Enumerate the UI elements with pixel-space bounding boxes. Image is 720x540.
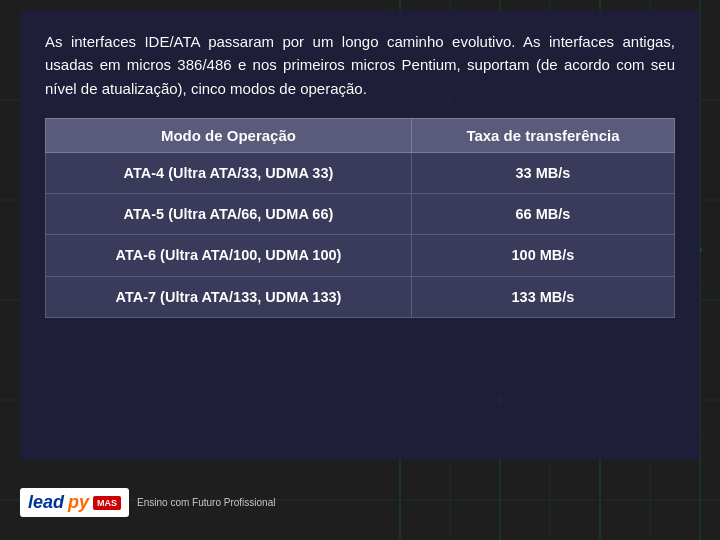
logo-main-text: lead — [28, 492, 64, 513]
table-cell-rate: 66 MB/s — [411, 194, 674, 235]
table-cell-mode: ATA-4 (Ultra ATA/33, UDMA 33) — [46, 152, 412, 193]
footer-area: lead py MAS Ensino com Futuro Profission… — [0, 465, 720, 540]
table-header-row: Modo de Operação Taxa de transferência — [46, 118, 675, 152]
table-row: ATA-6 (Ultra ATA/100, UDMA 100)100 MB/s — [46, 235, 675, 276]
col-header-mode: Modo de Operação — [46, 118, 412, 152]
logo-tagline-container: Ensino com Futuro Profissional — [137, 497, 275, 508]
table-row: ATA-4 (Ultra ATA/33, UDMA 33)33 MB/s — [46, 152, 675, 193]
logo-area: lead py MAS Ensino com Futuro Profission… — [20, 488, 275, 517]
table-cell-rate: 133 MB/s — [411, 276, 674, 317]
table-row: ATA-7 (Ultra ATA/133, UDMA 133)133 MB/s — [46, 276, 675, 317]
table-row: ATA-5 (Ultra ATA/66, UDMA 66)66 MB/s — [46, 194, 675, 235]
table-cell-mode: ATA-5 (Ultra ATA/66, UDMA 66) — [46, 194, 412, 235]
data-table-wrapper: Modo de Operação Taxa de transferência A… — [45, 118, 675, 318]
table-cell-mode: ATA-7 (Ultra ATA/133, UDMA 133) — [46, 276, 412, 317]
modes-table: Modo de Operação Taxa de transferência A… — [45, 118, 675, 318]
table-cell-rate: 33 MB/s — [411, 152, 674, 193]
table-cell-rate: 100 MB/s — [411, 235, 674, 276]
logo-badge-text: MAS — [93, 496, 121, 510]
logo-tagline: Ensino com Futuro Profissional — [137, 497, 275, 508]
logo-box: lead py MAS — [20, 488, 129, 517]
content-area: As interfaces IDE/ATA passaram por um lo… — [20, 10, 700, 460]
intro-paragraph: As interfaces IDE/ATA passaram por um lo… — [45, 30, 675, 100]
table-cell-mode: ATA-6 (Ultra ATA/100, UDMA 100) — [46, 235, 412, 276]
logo-sub-text: py — [68, 492, 89, 513]
col-header-rate: Taxa de transferência — [411, 118, 674, 152]
